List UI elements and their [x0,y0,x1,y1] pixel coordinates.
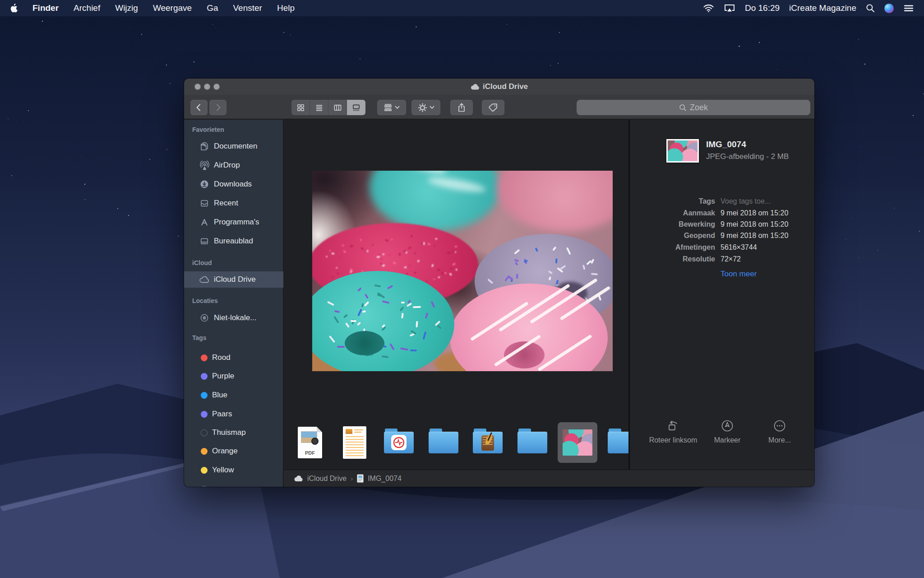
info-row-dimensions: Afmetingen 5616×3744 [630,243,814,255]
forward-button[interactable] [209,100,226,115]
apple-menu-icon[interactable] [10,4,18,13]
sidebar-item-tag-rood[interactable]: Rood [184,350,283,366]
tag-dot-yellow [201,467,208,474]
donut-top-pink [497,171,613,232]
donut-teal-hole [345,331,384,355]
info-row-modified: Bewerking 9 mei 2018 om 15:20 [630,220,814,232]
tag-dot-purple [201,373,208,380]
info-row-resolution: Resolutie 72×72 [630,255,814,267]
pdf-label: PDF [298,450,322,456]
tag-icon [488,103,498,112]
add-tags-field[interactable]: Voeg tags toe... [721,197,771,205]
notification-center-icon[interactable] [903,4,914,13]
sidebar-item-tag-purple[interactable]: Purple [184,368,283,384]
back-button[interactable] [190,100,208,115]
info-row-opened: Geopend 9 mei 2018 om 15:20 [630,232,814,243]
group-by-button[interactable] [377,100,406,115]
chevron-down-icon [395,106,400,109]
sidebar-item-tag-orange[interactable]: Orange [184,443,283,459]
disc-icon [199,313,209,323]
menu-item-weergave[interactable]: Weergave [153,3,192,13]
sidebar-item-airdrop[interactable]: AirDrop [184,157,283,173]
info-row-created: Aanmaak 9 mei 2018 om 15:20 [630,209,814,221]
view-switcher [291,100,365,115]
wifi-icon[interactable] [703,4,714,13]
show-more-link[interactable]: Toon meer [721,270,757,279]
menu-clock[interactable]: Do 16:29 [745,3,780,13]
sidebar-item-downloads[interactable]: Downloads [184,176,283,192]
menu-item-ga[interactable]: Ga [207,3,218,13]
sidebar-item-tag-paars[interactable]: Paars [184,406,283,422]
airplay-icon[interactable] [724,4,735,13]
tag-dot-hollow [201,429,208,436]
thumbnail-image-selected[interactable] [559,423,596,462]
markup-button[interactable]: Markeer [700,420,754,445]
thumbnail-folder[interactable] [605,423,628,462]
sidebar-header-tags: Tags [192,334,207,342]
rotate-left-button[interactable]: Roteer linksom [646,420,700,445]
document-icon [199,141,209,151]
applications-icon [199,217,209,227]
toolbar: Zoek [184,95,814,119]
menu-item-wijzig[interactable]: Wijzig [115,3,138,13]
sidebar-item-tag-blue[interactable]: Blue [184,387,283,403]
breadcrumb-chevron-icon: › [351,475,353,482]
menu-status-label[interactable]: iCreate Magazine [789,3,856,13]
tag-dot-purple [201,411,208,418]
view-icons-segment[interactable] [291,100,310,115]
sidebar-item-label: Recent [214,199,238,208]
sidebar-item-recent[interactable]: Recent [184,195,283,211]
magnifier-icon [311,438,319,445]
thumbnail-folder[interactable] [425,423,462,462]
airdrop-icon [199,160,209,170]
sidebar-item-niet-lokale[interactable]: Niet-lokale... [184,310,283,326]
sidebar-item-documenten[interactable]: Documenten [184,138,283,154]
proxy-cloud-icon [471,84,480,90]
markup-pen-icon [721,420,734,432]
chevron-down-icon [430,106,434,109]
file-icon [357,474,364,483]
thumbnail-folder-music[interactable] [470,423,506,462]
view-gallery-segment[interactable] [347,100,365,115]
search-input[interactable]: Zoek [577,100,810,115]
tag-dot-orange [201,448,208,455]
sidebar-item-tag-yellow[interactable]: Yellow [184,462,283,478]
spotlight-search-icon[interactable] [866,4,875,13]
path-bar: iCloud Drive › IMG_0074 [284,470,814,487]
thumbnail-pdf[interactable]: PDF [292,423,328,462]
sidebar: Favorieten Documenten AirDrop Downloads … [184,120,283,487]
action-gear-button[interactable] [411,100,440,115]
sidebar-item-tag-thuismap[interactable]: Thuismap [184,424,283,441]
menu-item-venster[interactable]: Venster [233,3,262,13]
more-button[interactable]: More... [753,420,807,445]
info-file-kind: JPEG-afbeelding - 2 MB [706,152,789,161]
sidebar-item-label: iCloud Drive [214,275,256,284]
thumbnail-folder-app[interactable] [381,423,417,462]
preview-image[interactable] [312,171,613,371]
cloud-icon [294,475,303,482]
sidebar-item-tag-partial[interactable] [184,481,283,487]
menu-item-help[interactable]: Help [277,3,295,13]
siri-icon[interactable] [884,4,894,13]
sidebar-header-locaties: Locaties [192,297,218,305]
info-file-name: IMG_0074 [706,140,746,149]
view-list-segment[interactable] [310,100,328,115]
sidebar-header-favorites: Favorieten [192,126,224,134]
view-columns-segment[interactable] [328,100,347,115]
thumbnail-document[interactable] [337,423,373,462]
sidebar-item-icloud-drive[interactable]: iCloud Drive [184,271,283,288]
sidebar-item-label: AirDrop [214,161,240,170]
menu-item-finder[interactable]: Finder [32,3,59,13]
breadcrumb-img-0074[interactable]: IMG_0074 [368,475,402,483]
info-thumbnail[interactable] [666,139,699,163]
menu-item-archief[interactable]: Archief [74,3,100,13]
sidebar-item-programmas[interactable]: Programma's [184,214,283,230]
sidebar-item-bureaublad[interactable]: Bureaublad [184,233,283,249]
search-icon [679,104,687,112]
breadcrumb-icloud-drive[interactable]: iCloud Drive [307,475,346,483]
recents-icon [199,198,209,208]
share-button[interactable] [450,100,473,115]
tag-button[interactable] [482,100,504,115]
title-bar[interactable]: iCloud Drive [184,79,814,95]
thumbnail-folder[interactable] [514,423,550,462]
